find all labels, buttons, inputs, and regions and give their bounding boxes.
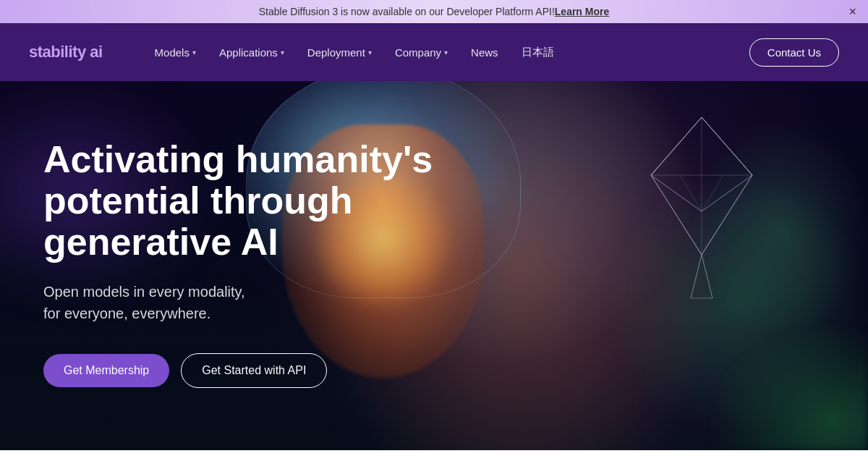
svg-line-4 [680,175,702,211]
nav-item-company[interactable]: Company▾ [386,41,456,64]
chevron-down-icon: ▾ [368,48,372,56]
nav-item-news[interactable]: News [462,41,507,64]
nav-right: Contact Us [749,38,839,67]
chevron-down-icon: ▾ [192,48,196,56]
contact-us-button[interactable]: Contact Us [749,38,839,67]
logo[interactable]: stability ai [29,43,103,62]
nav-item-日本語[interactable]: 日本語 [513,40,563,65]
svg-line-7 [702,255,712,298]
svg-line-5 [702,175,723,211]
hero-title: Activating humanity's potential through … [43,139,448,263]
nav-item-applications[interactable]: Applications▾ [210,41,293,64]
announcement-banner: Stable Diffusion 3 is now available on o… [0,0,868,23]
chevron-down-icon: ▾ [444,48,448,56]
get-membership-button[interactable]: Get Membership [43,354,169,387]
logo-text: stability ai [29,43,103,61]
hero-content: Activating humanity's potential through … [43,139,448,388]
hero-subtitle: Open models in every modality,for everyo… [43,281,448,324]
close-banner-button[interactable]: × [848,5,856,18]
svg-line-6 [691,255,702,298]
hero-section: Activating humanity's potential through … [0,81,868,450]
coral-background [687,305,868,450]
chevron-down-icon: ▾ [281,48,284,56]
hero-buttons: Get Membership Get Started with API [43,353,448,388]
banner-link[interactable]: Learn More [555,6,609,17]
nav-item-deployment[interactable]: Deployment▾ [299,41,380,64]
geometric-shape [637,110,767,313]
get-started-api-button[interactable]: Get Started with API [181,353,327,388]
nav-item-models[interactable]: Models▾ [146,41,205,64]
navbar: stability ai Models▾Applications▾Deploym… [0,23,868,81]
nav-links: Models▾Applications▾Deployment▾Company▾N… [146,40,749,65]
banner-text: Stable Diffusion 3 is now available on o… [259,6,555,17]
